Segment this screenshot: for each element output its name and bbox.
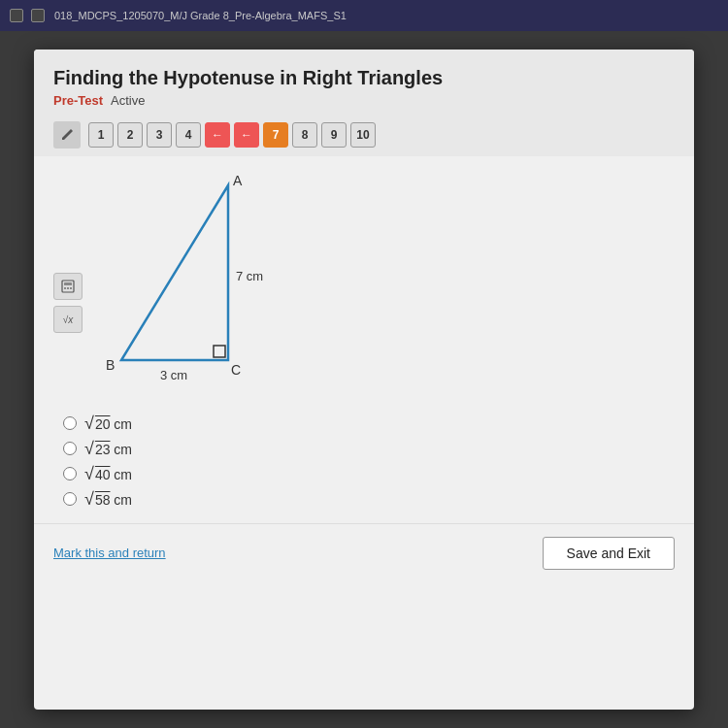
triangle-diagram: A B C 7 cm 3 cm	[63, 166, 335, 399]
answer-text-1: √20 cm	[84, 414, 132, 432]
nav-btn-10[interactable]: 10	[350, 122, 376, 148]
page-title: Finding the Hypotenuse in Right Triangle…	[53, 67, 675, 89]
nav-btn-2[interactable]: 2	[117, 122, 143, 148]
bottom-bar: Mark this and return Save and Exit	[34, 523, 694, 581]
screen-area: Finding the Hypotenuse in Right Triangle…	[0, 31, 728, 728]
window-controls	[10, 9, 45, 22]
answer-text-2: √23 cm	[84, 440, 132, 457]
toolbar: 1 2 3 4 ← ← 7 8 9 10	[53, 116, 675, 156]
top-bar: 018_MDCPS_1205070_M/J Grade 8_Pre-Algebr…	[0, 0, 728, 31]
radio-4[interactable]	[63, 492, 77, 506]
subtitle-row: Pre-Test Active	[53, 93, 675, 108]
svg-marker-5	[121, 185, 228, 360]
nav-btn-4[interactable]: 4	[176, 122, 201, 148]
svg-text:7 cm: 7 cm	[236, 269, 263, 283]
save-exit-button[interactable]: Save and Exit	[543, 537, 675, 570]
nav-btn-9[interactable]: 9	[321, 122, 347, 148]
answer-choice-1[interactable]: √20 cm	[63, 414, 665, 432]
radio-2[interactable]	[63, 442, 77, 455]
main-window: Finding the Hypotenuse in Right Triangle…	[34, 50, 694, 710]
svg-text:C: C	[231, 362, 241, 378]
pencil-tool[interactable]	[53, 121, 81, 149]
window-icon	[10, 9, 23, 22]
radio-3[interactable]	[63, 467, 77, 480]
answer-text-3: √40 cm	[84, 465, 132, 482]
answer-choices: √20 cm √23 cm √40	[63, 414, 665, 508]
window-header: Finding the Hypotenuse in Right Triangle…	[34, 50, 694, 156]
nav-btn-back1[interactable]: ←	[205, 122, 230, 148]
nav-btn-back2[interactable]: ←	[234, 122, 259, 148]
app-title: 018_MDCPS_1205070_M/J Grade 8_Pre-Algebr…	[54, 10, 347, 21]
answer-text-4: √58 cm	[84, 490, 132, 508]
radio-1[interactable]	[63, 416, 77, 430]
answer-choice-2[interactable]: √23 cm	[63, 440, 665, 457]
nav-btn-7[interactable]: 7	[263, 122, 288, 148]
svg-text:B: B	[106, 357, 115, 373]
answer-choice-3[interactable]: √40 cm	[63, 465, 665, 482]
nav-btn-3[interactable]: 3	[147, 122, 172, 148]
nav-btn-8[interactable]: 8	[292, 122, 317, 148]
window-icon2	[31, 9, 45, 22]
active-label: Active	[111, 93, 145, 108]
svg-text:A: A	[233, 173, 243, 188]
content-wrapper: √x A B C 7 cm 3 cm	[34, 156, 694, 710]
pretest-label: Pre-Test	[53, 93, 103, 108]
answer-choice-4[interactable]: √58 cm	[63, 490, 665, 508]
svg-text:3 cm: 3 cm	[160, 368, 187, 382]
nav-btn-1[interactable]: 1	[88, 122, 114, 148]
mark-return-link[interactable]: Mark this and return	[53, 546, 166, 560]
svg-rect-6	[214, 346, 225, 357]
